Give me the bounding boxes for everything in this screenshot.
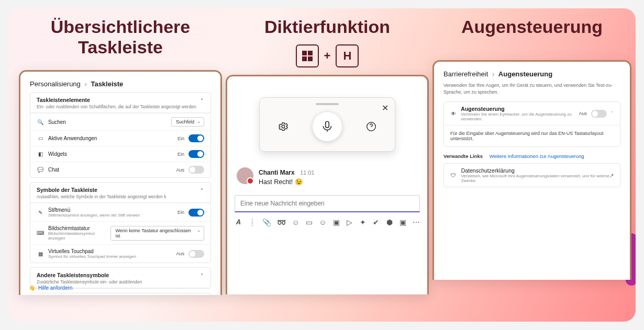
format-icon[interactable]: 𝘼 bbox=[235, 218, 241, 226]
send-icon[interactable]: ▷ bbox=[346, 218, 353, 226]
row-label: Aktive Anwendungen bbox=[48, 135, 97, 141]
toggle-augensteuerung[interactable] bbox=[591, 110, 607, 118]
suchen-select[interactable]: Suchfeld bbox=[171, 117, 204, 127]
breadcrumb-root[interactable]: Personalisierung bbox=[30, 80, 81, 88]
related-links: Verwandte Links Weitere Informationen zu… bbox=[443, 151, 620, 163]
keyboard-icon: ⌨ bbox=[37, 230, 44, 236]
message-input[interactable]: Eine neue Nachricht eingeben bbox=[235, 195, 420, 212]
message-text: Hast Recht! 😉 bbox=[259, 178, 315, 186]
more-icon[interactable]: ⋯ bbox=[413, 218, 420, 226]
help-link[interactable]: 👋 Hilfe anfordern bbox=[29, 285, 73, 291]
touchpad-icon: ▦ bbox=[37, 251, 44, 257]
avatar[interactable] bbox=[237, 167, 253, 184]
breadcrumb: Personalisierung › Taskleiste bbox=[30, 80, 211, 88]
section-title: Andere Taskleistensymbole bbox=[37, 272, 142, 278]
row-chat: 💬Chat Aus bbox=[30, 162, 210, 177]
hero-diktier: Diktierfunktion bbox=[264, 17, 390, 37]
state-text: Ein bbox=[177, 210, 184, 215]
priority-icon[interactable]: ❕ bbox=[248, 218, 256, 226]
toggle-aktive-anwendungen[interactable] bbox=[188, 134, 204, 142]
row-virtuelles-touchpad: ▦Virtuelles TouchpadSymbol für virtuelle… bbox=[30, 244, 210, 263]
hero-taskleiste: Übersichtlichere Taskleiste bbox=[19, 17, 222, 58]
stream-icon[interactable]: ✦ bbox=[359, 218, 366, 226]
chat-message: Chanti Marx 11:01 Hast Recht! 😉 bbox=[237, 167, 427, 186]
row-sub: Stiftmenüsymbol anzeigen, wenn der Stift… bbox=[48, 213, 140, 218]
svg-rect-1 bbox=[326, 121, 329, 128]
shield-icon: 🛡 bbox=[450, 173, 457, 178]
external-link-icon[interactable]: ↗ bbox=[609, 173, 614, 178]
section-title: Taskleistenelemente bbox=[37, 97, 196, 103]
drag-handle-icon[interactable] bbox=[316, 103, 339, 105]
page-description: Verwenden Sie Ihre Augen, um Ihr Gerät z… bbox=[443, 82, 620, 95]
help-label: Hilfe anfordern bbox=[38, 285, 73, 291]
chevron-up-icon[interactable]: ˄ bbox=[199, 97, 204, 105]
mic-icon bbox=[320, 120, 334, 133]
h-key: H bbox=[336, 44, 359, 67]
row-sub: Verbinden Sie einen Eyetracker, um die A… bbox=[461, 112, 579, 121]
video-icon[interactable]: ▣ bbox=[399, 218, 406, 226]
pen-icon: ✎ bbox=[37, 210, 44, 215]
dictation-toolbar[interactable]: ✕ bbox=[259, 97, 395, 152]
row-label: Widgets bbox=[48, 151, 67, 157]
search-icon: 🔍 bbox=[37, 119, 44, 125]
breadcrumb-leaf: Augensteuerung bbox=[498, 70, 552, 78]
row-widgets: ◧Widgets Ein bbox=[30, 146, 210, 162]
row-label: Datenschutzerklärung bbox=[461, 167, 609, 174]
help-button[interactable] bbox=[363, 119, 379, 134]
row-label: Bildschirmtastatur bbox=[48, 225, 110, 231]
row-datenschutz[interactable]: 🛡 Datenschutzerklärung Verstehen, wie Mi… bbox=[444, 164, 620, 187]
eye-icon: 👁 bbox=[450, 111, 457, 117]
taskview-icon: ▭ bbox=[37, 135, 44, 141]
row-label: Augensteuerung bbox=[461, 106, 579, 112]
breadcrumb: Barrierefreiheit › Augensteuerung bbox=[443, 70, 620, 78]
close-icon[interactable]: ✕ bbox=[382, 103, 388, 113]
section-taskleistenelemente[interactable]: Taskleistenelemente Ein- oder Ausblenden… bbox=[30, 93, 210, 113]
toggle-stiftmenu[interactable] bbox=[188, 209, 204, 217]
breadcrumb-leaf: Taskleiste bbox=[91, 80, 123, 88]
emoji-icon[interactable]: ☺ bbox=[292, 218, 299, 226]
panel-diktier: ✕ Chanti Marx 11:01 bbox=[226, 75, 429, 294]
state-text: Aus bbox=[579, 111, 587, 116]
sticker-icon[interactable]: ☺ bbox=[319, 218, 326, 226]
state-text: Aus bbox=[176, 167, 184, 173]
toggle-chat[interactable] bbox=[188, 166, 204, 174]
row-label: Chat bbox=[48, 167, 59, 173]
section-title: Symbole der Taskleiste bbox=[37, 187, 166, 193]
chevron-down-icon[interactable]: ˅ bbox=[611, 111, 614, 116]
message-author[interactable]: Chanti Marx bbox=[259, 169, 295, 176]
section-verhalten[interactable]: Verhalten der Taskleiste Ausrichtung der… bbox=[30, 293, 210, 295]
gear-icon bbox=[277, 121, 289, 132]
windows-key-icon bbox=[296, 44, 319, 67]
widgets-icon: ◧ bbox=[37, 151, 44, 157]
hero-augen: Augensteuerung bbox=[461, 17, 603, 37]
row-label: Virtuelles Touchpad bbox=[48, 248, 136, 254]
related-link[interactable]: Weitere Informationen zur Augensteuerung bbox=[490, 153, 584, 159]
section-symbole[interactable]: Symbole der Taskleiste Auswählen, welche… bbox=[30, 183, 210, 203]
mic-button[interactable] bbox=[312, 111, 342, 142]
breadcrumb-root[interactable]: Barrierefreiheit bbox=[443, 70, 488, 78]
svg-point-0 bbox=[282, 125, 285, 128]
gif-icon[interactable]: ▭ bbox=[306, 218, 313, 226]
chevron-right-icon: › bbox=[82, 80, 88, 88]
state-text: Aus bbox=[176, 251, 184, 256]
links-heading: Verwandte Links bbox=[443, 153, 483, 159]
chevron-down-icon[interactable]: ˅ bbox=[199, 272, 204, 280]
schedule-icon[interactable]: ▣ bbox=[332, 218, 339, 226]
settings-button[interactable] bbox=[275, 119, 291, 134]
toggle-widgets[interactable] bbox=[188, 150, 204, 158]
row-label: Suchen bbox=[48, 119, 66, 125]
row-sub: Symbol für virtuelles Touchpad immer anz… bbox=[48, 254, 136, 259]
plus-icon: + bbox=[324, 49, 331, 63]
attach-icon[interactable]: 📎 bbox=[262, 218, 271, 226]
section-subtitle: Ein- oder Ausblenden von Schaltflächen, … bbox=[37, 104, 196, 109]
chevron-up-icon[interactable]: ˄ bbox=[199, 187, 204, 195]
section-subtitle: Auswählen, welche Symbole in der Tasklei… bbox=[37, 194, 166, 199]
apps-icon[interactable]: ⬢ bbox=[386, 218, 393, 226]
approve-icon[interactable]: ✔ bbox=[373, 218, 380, 226]
loop-icon[interactable]: ➿ bbox=[277, 218, 285, 226]
help-icon bbox=[365, 121, 377, 132]
row-augensteuerung: 👁 Augensteuerung Verbinden Sie einen Eye… bbox=[444, 102, 620, 125]
toggle-touchpad[interactable] bbox=[188, 250, 204, 258]
tastatur-select[interactable]: Wenn keine Tastatur angeschlossen ist bbox=[110, 226, 204, 241]
state-text: Ein bbox=[177, 152, 184, 157]
